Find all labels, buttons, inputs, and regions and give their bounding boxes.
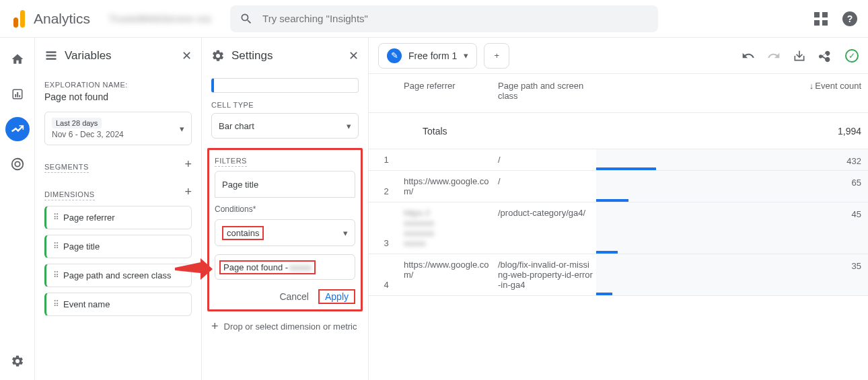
totals-row: Totals 1,994 xyxy=(369,113,868,149)
help-icon[interactable]: ? xyxy=(842,11,857,26)
search-input[interactable] xyxy=(262,13,649,24)
property-selector[interactable]: TrustedWebService cos xyxy=(102,11,218,27)
top-bar: Analytics TrustedWebService cos ? xyxy=(0,0,868,38)
svg-rect-4 xyxy=(17,92,18,98)
svg-rect-3 xyxy=(15,94,16,98)
nav-advertising-icon[interactable] xyxy=(5,152,30,176)
cell-value: 432 xyxy=(846,156,861,166)
expression-redacted: xxxxx xyxy=(289,262,312,272)
nav-admin-icon[interactable] xyxy=(5,349,30,373)
table-row[interactable]: 2https://www.google.com//65 xyxy=(369,171,868,202)
variables-header: Variables ✕ xyxy=(35,38,201,74)
drop-zone[interactable]: + Drop or select dimension or metric xyxy=(202,319,368,334)
plus-icon: + xyxy=(211,319,219,334)
variables-title: Variables xyxy=(65,49,112,63)
canvas-actions: ✓ xyxy=(742,48,859,63)
apps-icon[interactable] xyxy=(814,12,828,26)
tab-label: Free form 1 xyxy=(408,50,457,61)
filter-dimension-value: Page title xyxy=(222,180,258,190)
dimension-chip[interactable]: ⠿Page title xyxy=(44,235,192,258)
exploration-name[interactable]: Page not found xyxy=(44,91,192,102)
cell-value: 35 xyxy=(852,261,861,271)
table-row[interactable]: 1/432 xyxy=(369,149,868,171)
totals-value: 1,994 xyxy=(838,126,868,137)
canvas-header: ✎ Free form 1 ▾ + ✓ xyxy=(369,38,868,74)
variables-icon xyxy=(44,49,58,63)
sample-status-icon[interactable]: ✓ xyxy=(845,49,859,63)
cell-bar: 65 xyxy=(596,171,868,202)
segments-label: SEGMENTS xyxy=(44,163,89,173)
share-icon[interactable] xyxy=(818,48,833,63)
search-bar[interactable] xyxy=(230,5,658,32)
cell-bar: 45 xyxy=(596,202,868,254)
svg-rect-9 xyxy=(46,54,57,56)
svg-rect-1 xyxy=(13,17,18,28)
dimension-chip[interactable]: ⠿Page path and screen class xyxy=(44,264,192,287)
settings-panel: Settings ✕ CELL TYPE Bar chart ▾ FILTERS… xyxy=(202,38,369,380)
exploration-tab[interactable]: ✎ Free form 1 ▾ xyxy=(378,43,477,69)
column-header-referrer[interactable]: Page referrer xyxy=(404,81,498,91)
svg-rect-0 xyxy=(20,10,25,28)
redo-icon[interactable] xyxy=(767,49,781,63)
main-canvas: ✎ Free form 1 ▾ + ✓ Page referrer Page p… xyxy=(369,38,868,380)
cell-path: / xyxy=(498,171,596,202)
close-variables-icon[interactable]: ✕ xyxy=(182,48,192,63)
date-range-text: Nov 6 - Dec 3, 2024 xyxy=(52,130,124,139)
drop-hint-text: Drop or select dimension or metric xyxy=(224,321,357,332)
dropdown-icon: ▾ xyxy=(347,121,351,131)
column-header-metric[interactable]: ↓ Event count xyxy=(596,81,868,91)
cell-type-select[interactable]: Bar chart ▾ xyxy=(211,113,359,139)
nav-explore-icon[interactable] xyxy=(5,117,30,141)
filter-expression-input[interactable]: Page not found - xxxxx xyxy=(215,254,355,280)
row-index: 3 xyxy=(369,202,404,254)
drag-handle-icon: ⠿ xyxy=(53,244,58,249)
dimension-label: Page path and screen class xyxy=(63,270,171,280)
add-dimension-button[interactable]: + xyxy=(184,185,192,199)
dropdown-icon: ▾ xyxy=(180,124,184,134)
grid-header-row: Page referrer Page path and screen class… xyxy=(369,74,868,113)
table-row[interactable]: 4https://www.google.com//blog/fix-invali… xyxy=(369,254,868,296)
date-preset-chip: Last 28 days xyxy=(52,118,102,128)
truncated-setting-chip[interactable] xyxy=(211,78,359,93)
edit-icon: ✎ xyxy=(387,48,402,63)
drag-handle-icon: ⠿ xyxy=(53,273,58,278)
cell-value: 45 xyxy=(852,209,861,219)
cancel-button[interactable]: Cancel xyxy=(279,291,309,302)
dimension-label: Page referrer xyxy=(63,213,115,223)
apply-button[interactable]: Apply xyxy=(318,289,355,304)
filter-dimension-field[interactable]: Page title xyxy=(215,171,355,198)
add-segment-button[interactable]: + xyxy=(184,157,192,172)
dropdown-icon: ▾ xyxy=(464,50,468,61)
logo: Analytics xyxy=(11,10,90,28)
totals-label: Totals xyxy=(423,126,447,137)
data-grid: Page referrer Page path and screen class… xyxy=(369,74,868,296)
close-settings-icon[interactable]: ✕ xyxy=(349,48,359,63)
cell-bar: 35 xyxy=(596,254,868,295)
dimension-chip[interactable]: ⠿Page referrer xyxy=(44,206,192,229)
cell-type-value: Bar chart xyxy=(219,121,254,131)
table-row[interactable]: 3https //xxxxxxxxxxxxxxxxxxx/product-cat… xyxy=(369,202,868,254)
date-range-selector[interactable]: Last 28 days Nov 6 - Dec 3, 2024 ▾ xyxy=(44,112,192,145)
svg-point-7 xyxy=(15,161,20,166)
download-icon[interactable] xyxy=(793,49,806,63)
svg-rect-10 xyxy=(46,58,57,60)
dimension-chip[interactable]: ⠿Event name xyxy=(44,293,192,316)
left-nav-rail xyxy=(0,38,35,380)
add-tab-button[interactable]: + xyxy=(484,43,509,69)
app-name: Analytics xyxy=(34,11,90,27)
cell-path: /blog/fix-invalid-or-missing-web-propert… xyxy=(498,254,596,295)
nav-reports-icon[interactable] xyxy=(5,82,30,106)
dimension-label: Event name xyxy=(63,299,110,309)
drag-handle-icon: ⠿ xyxy=(53,215,58,220)
row-index: 1 xyxy=(369,149,404,170)
conditions-label: Conditions* xyxy=(215,204,355,214)
row-index: 2 xyxy=(369,171,404,202)
dimensions-label: DIMENSIONS xyxy=(44,190,95,200)
exploration-name-label: EXPLORATION NAME: xyxy=(44,81,192,89)
drag-handle-icon: ⠿ xyxy=(53,302,58,307)
column-header-path[interactable]: Page path and screen class xyxy=(498,81,596,101)
nav-home-icon[interactable] xyxy=(5,47,30,71)
undo-icon[interactable] xyxy=(742,49,755,63)
variables-panel: Variables ✕ EXPLORATION NAME: Page not f… xyxy=(35,38,202,380)
match-type-select[interactable]: contains ▾ xyxy=(215,219,355,246)
